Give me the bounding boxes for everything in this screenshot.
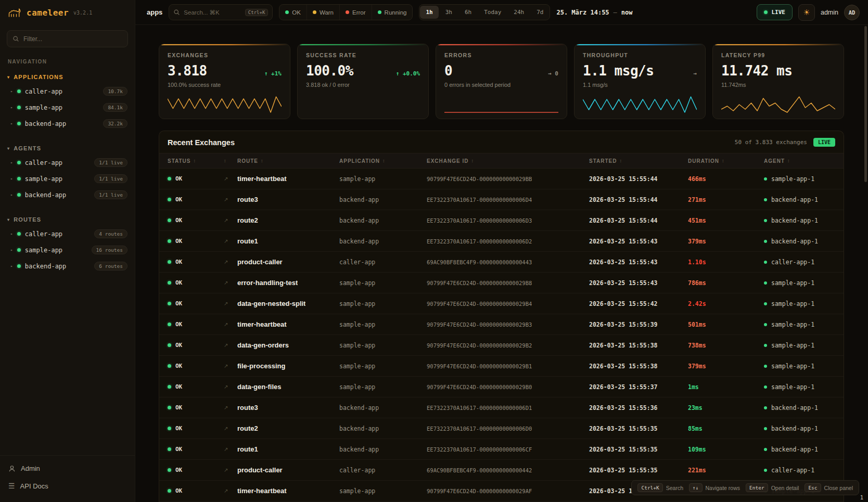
date-range[interactable]: 25. März 14:55 — now <box>556 9 632 16</box>
avatar[interactable]: AD <box>844 5 860 20</box>
kpi-value: 11.742 ms <box>721 63 792 79</box>
table-row[interactable]: OK↗error-handling-testsample-app90799F47… <box>159 273 844 293</box>
exchange-id: 90799F47E6CD24D-00000000000029B4 <box>427 301 532 307</box>
time-range-7d[interactable]: 7d <box>531 6 549 19</box>
started-timestamp: 2026-03-25 15:55:43 <box>589 238 658 245</box>
table-row[interactable]: OK↗route2backend-appEE7322370A10617-0000… <box>159 418 844 439</box>
status-label: OK <box>175 321 182 328</box>
section-header-routes[interactable]: ▾ROUTES <box>0 213 135 226</box>
logo[interactable]: cameleer v3.2.1 <box>0 0 135 25</box>
time-range-1h[interactable]: 1h <box>420 6 438 19</box>
time-range-today[interactable]: Today <box>478 6 507 19</box>
agent-status-dot <box>764 261 767 264</box>
section-header-agents[interactable]: ▾AGENTS <box>0 142 135 155</box>
chevron-right-icon: ▸ <box>10 264 13 268</box>
section-header-applications[interactable]: ▾APPLICATIONS <box>0 71 135 83</box>
column-header-route[interactable]: ROUTE↕ <box>237 158 339 164</box>
status-label: OK <box>175 196 182 203</box>
table-row[interactable]: OK↗file-processingsample-app90799F47E6CD… <box>159 356 844 377</box>
time-range-6h[interactable]: 6h <box>459 6 477 19</box>
kpi-row: EXCHANGES3.818↑ +1%100.0% success rateSU… <box>159 44 844 119</box>
kpi-label: LATENCY P99 <box>721 52 835 58</box>
column-header-application[interactable]: APPLICATION↕ <box>339 158 427 164</box>
sidebar-item-agents-sample-app[interactable]: ▸sample-app1/1 live <box>0 171 135 187</box>
shortcut-hint: EnterOpen detail <box>746 483 799 492</box>
sort-icon: ↕ <box>194 158 197 163</box>
live-label: LIVE <box>771 9 785 16</box>
sidebar-item-routes-backend-app[interactable]: ▸backend-app6 routes <box>0 258 135 274</box>
exchange-id: 69AC90BF8EBC4F9-0000000000000443 <box>427 259 532 265</box>
status-filter-warn[interactable]: Warn <box>307 5 339 20</box>
search-input[interactable] <box>184 9 241 16</box>
route-direction-icon: ↗ <box>224 488 228 494</box>
sidebar-item-agents-caller-app[interactable]: ▸caller-app1/1 live <box>0 155 135 171</box>
time-range-24h[interactable]: 24h <box>508 6 530 19</box>
table-row[interactable]: OK↗route3backend-appEE7322370A10617-0000… <box>159 189 844 210</box>
table-row[interactable]: OK↗route2backend-appEE7322370A10617-0000… <box>159 210 844 231</box>
table-row[interactable]: OK↗data-gen-filessample-app90799F47E6CD2… <box>159 377 844 397</box>
ok-status-dot <box>168 260 171 264</box>
kpi-card-exchanges: EXCHANGES3.818↑ +1%100.0% success rate <box>159 44 290 119</box>
table-row[interactable]: OK↗route1backend-appEE7322370A10617-0000… <box>159 439 844 460</box>
table-row[interactable]: OK↗product-callercaller-app69AC90BF8EBC4… <box>159 252 844 273</box>
sidebar-item-applications-caller-app[interactable]: ▸caller-app10.7k <box>0 83 135 99</box>
sort-icon: ↕ <box>382 158 386 163</box>
column-header-started[interactable]: STARTED↕ <box>589 158 688 164</box>
table-row[interactable]: OK↗product-callercaller-app69AC90BF8EBC4… <box>159 460 844 481</box>
exchange-id: 90799F47E6CD24D-00000000000029B0 <box>427 384 532 390</box>
status-label: OK <box>175 300 182 307</box>
status-filter-error[interactable]: Error <box>339 5 372 20</box>
scrollbar-thumb[interactable] <box>864 26 867 182</box>
table-row[interactable]: OK↗route3backend-appEE7322370A10617-0000… <box>159 397 844 418</box>
column-header-direction[interactable]: ↕ <box>224 158 237 163</box>
agent-name: sample-app-1 <box>771 321 814 328</box>
status-filter-ok[interactable]: OK <box>279 5 307 20</box>
table-row[interactable]: OK↗timer-heartbeatsample-app90799F47E6CD… <box>159 169 844 189</box>
column-header-agent[interactable]: AGENT↕ <box>764 158 844 164</box>
sort-icon: ↕ <box>471 158 474 163</box>
chevron-right-icon: ▸ <box>10 105 13 110</box>
live-badge: LIVE <box>813 138 835 147</box>
exchange-id: 90799F47E6CD24D-00000000000029BB <box>427 176 532 182</box>
route-direction-icon: ↗ <box>224 280 228 286</box>
started-timestamp: 2026-03-25 15:55:43 <box>589 279 658 287</box>
time-range-3h[interactable]: 3h <box>440 6 458 19</box>
sidebar-item-applications-sample-app[interactable]: ▸sample-app84.1k <box>0 99 135 115</box>
sidebar-item-routes-sample-app[interactable]: ▸sample-app16 routes <box>0 242 135 258</box>
sidebar-item-agents-backend-app[interactable]: ▸backend-app1/1 live <box>0 187 135 203</box>
status-label: OK <box>175 363 182 369</box>
column-header-status[interactable]: STATUS↕ <box>168 158 224 164</box>
table-row[interactable]: OK↗timer-heartbeatsample-app90799F47E6CD… <box>159 314 844 335</box>
api-docs-label: API Docs <box>20 482 48 490</box>
table-row[interactable]: OK↗data-gen-nested-splitsample-app90799F… <box>159 293 844 314</box>
sidebar-filter[interactable] <box>7 30 128 47</box>
sidebar-filter-input[interactable] <box>23 35 122 43</box>
route-direction-icon: ↗ <box>224 238 228 244</box>
exchange-id: EE7322370A10617-00000000000006D2 <box>427 238 532 244</box>
theme-toggle-button[interactable]: ☀ <box>798 4 815 21</box>
agent-name: backend-app-1 <box>771 425 818 432</box>
exchange-id: 90799F47E6CD24D-00000000000029B1 <box>427 363 532 369</box>
item-badge: 1/1 live <box>94 190 127 199</box>
chevron-right-icon: ▸ <box>10 121 13 126</box>
live-toggle-button[interactable]: LIVE <box>757 4 793 20</box>
column-header-exchange-id[interactable]: EXCHANGE ID↕ <box>427 158 589 164</box>
column-header-duration[interactable]: DURATION↕ <box>688 158 764 164</box>
status-filter-running[interactable]: Running <box>372 5 413 20</box>
table-row[interactable]: OK↗route1backend-appEE7322370A10617-0000… <box>159 231 844 252</box>
agent-status-dot <box>764 448 767 451</box>
status-filter-group: OKWarnErrorRunning <box>279 4 413 20</box>
sidebar-item-routes-caller-app[interactable]: ▸caller-app4 routes <box>0 226 135 242</box>
chevron-down-icon: ▾ <box>7 146 10 151</box>
agent-name: backend-app-1 <box>771 217 818 224</box>
started-timestamp: 2026-03-25 15:55:35 <box>589 425 658 432</box>
page-indicator: 1 <box>860 494 863 500</box>
sidebar-item-api-docs[interactable]: ☰ API Docs <box>0 477 135 495</box>
table-row[interactable]: OK↗data-gen-orderssample-app90799F47E6CD… <box>159 335 844 356</box>
application-name: backend-app <box>339 196 379 203</box>
sidebar-item-applications-backend-app[interactable]: ▸backend-app32.2k <box>0 115 135 132</box>
global-search[interactable]: Ctrl+K <box>169 4 273 20</box>
chevron-right-icon: ▸ <box>10 231 13 236</box>
application-name: caller-app <box>339 467 375 474</box>
sidebar-item-admin[interactable]: Admin <box>0 460 135 477</box>
